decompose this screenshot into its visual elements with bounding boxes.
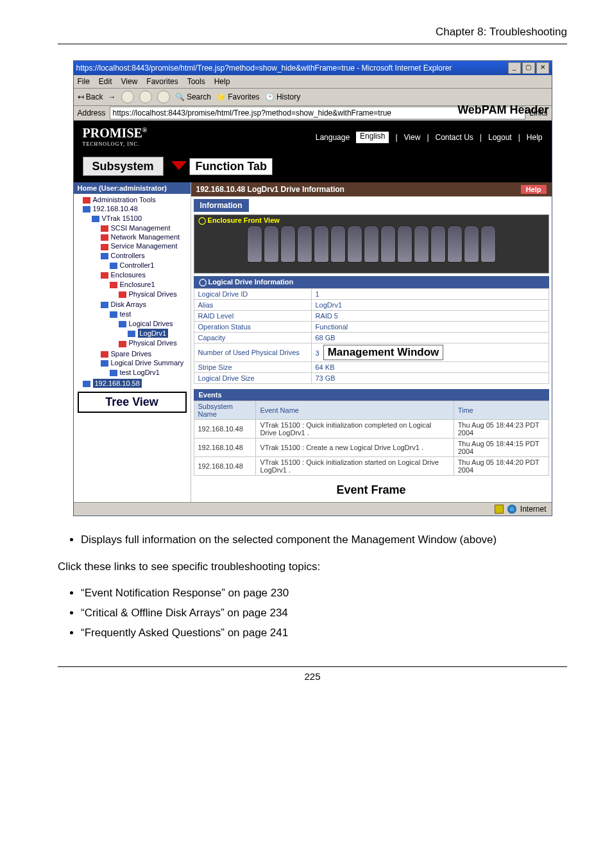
link-help[interactable]: Help xyxy=(527,133,543,142)
tree-item[interactable]: Physical Drives xyxy=(129,339,177,347)
menu-file[interactable]: File xyxy=(78,77,90,86)
management-pane: 192.168.10.48 LogDrv1 Drive Information … xyxy=(191,182,552,502)
link-item: “Event Notification Response” on page 23… xyxy=(81,586,567,602)
enclosure-title: ◯ Enclosure Front View xyxy=(198,216,280,225)
events-table: Subsystem Name Event Name Time 192.168.1… xyxy=(194,401,549,476)
refresh-icon[interactable] xyxy=(139,91,152,103)
callout-tree-view: Tree View xyxy=(78,392,187,413)
tab-information[interactable]: Information xyxy=(194,199,249,212)
close-button[interactable]: ✕ xyxy=(536,62,549,74)
status-bar: Internet xyxy=(74,502,552,516)
tree-item[interactable]: Physical Drives xyxy=(129,290,177,298)
tree-home[interactable]: Home (User:administrator) xyxy=(74,182,191,194)
callout-header: WebPAM Header xyxy=(457,103,548,117)
tree-item[interactable]: Network Management xyxy=(111,233,180,241)
subsystem-tab[interactable]: Subsystem xyxy=(83,157,164,176)
menu-tools[interactable]: Tools xyxy=(187,77,205,86)
callout-event-frame: Event Frame xyxy=(191,481,552,502)
browser-window: https://localhost:8443/promise/html/Tree… xyxy=(73,60,552,516)
col-event[interactable]: Event Name xyxy=(256,401,454,420)
window-title: https://localhost:8443/promise/html/Tree… xyxy=(76,64,452,73)
tree-host[interactable]: 192.168.10.48 xyxy=(93,205,138,213)
caption-text: Displays full information on the selecte… xyxy=(81,532,567,548)
logical-drive-info-title: ◯ Logical Drive Information xyxy=(194,276,549,288)
status-zone: Internet xyxy=(520,505,547,514)
tree-item[interactable]: Spare Drives xyxy=(111,350,152,358)
callout-function-tab: Function Tab xyxy=(189,158,273,175)
forward-button[interactable]: → xyxy=(108,92,116,101)
table-row: 192.168.10.48VTrak 15100 : Quick initial… xyxy=(194,420,548,438)
help-button[interactable]: Help xyxy=(521,185,547,194)
tree-item[interactable]: Controllers xyxy=(111,252,145,259)
language-label: Language xyxy=(316,133,350,142)
subsystem-strip: Subsystem Function Tab xyxy=(74,154,552,182)
footer-rule xyxy=(58,666,567,667)
minimize-button[interactable]: _ xyxy=(508,62,521,74)
col-time[interactable]: Time xyxy=(454,401,548,420)
search-button[interactable]: 🔍 Search xyxy=(175,92,211,101)
col-subsystem[interactable]: Subsystem Name xyxy=(194,401,256,420)
events-title: Events xyxy=(194,389,549,401)
breadcrumb: 192.168.10.48 LogDrv1 Drive Information xyxy=(196,185,344,194)
tree-view[interactable]: Home (User:administrator) Administration… xyxy=(74,182,191,502)
menu-view[interactable]: View xyxy=(121,77,138,86)
rule xyxy=(58,44,567,44)
menubar[interactable]: File Edit View Favorites Tools Help xyxy=(74,75,552,89)
tree-item[interactable]: Enclosure1 xyxy=(120,281,155,288)
lead-text: Click these links to see specific troubl… xyxy=(58,559,567,575)
tree-item[interactable]: Service Management xyxy=(111,242,178,250)
link-item: “Frequently Asked Questions” on page 241 xyxy=(81,625,567,641)
address-label: Address xyxy=(78,108,106,117)
link-logout[interactable]: Logout xyxy=(488,133,512,142)
history-button[interactable]: 🕑 History xyxy=(265,92,301,101)
tree-admin[interactable]: Administration Tools xyxy=(93,196,156,204)
home-icon[interactable] xyxy=(157,91,170,103)
back-button[interactable]: ↤ Back xyxy=(78,92,103,101)
globe-icon xyxy=(507,505,516,514)
tree-item[interactable]: Controller1 xyxy=(120,261,155,269)
tree-item[interactable]: test xyxy=(120,310,132,318)
callout-arrow-icon xyxy=(171,161,187,170)
language-select[interactable]: English xyxy=(356,132,389,143)
tree-item[interactable]: SCSI Management xyxy=(111,224,171,232)
page-number: 225 xyxy=(58,671,567,682)
tree-item[interactable]: Logical Drive Summary xyxy=(111,359,184,367)
window-titlebar: https://localhost:8443/promise/html/Tree… xyxy=(74,61,552,75)
lock-icon xyxy=(495,505,504,514)
info-table: Logical Drive ID1 AliasLogDrv1 RAID Leve… xyxy=(194,288,549,384)
link-contact[interactable]: Contact Us xyxy=(436,133,473,142)
tree-item[interactable]: test LogDrv1 xyxy=(120,369,160,376)
link-item: “Critical & Offline Disk Arrays” on page… xyxy=(81,605,567,621)
tree-item[interactable]: Enclosures xyxy=(111,271,146,279)
tree-item[interactable]: 192.168.10.58 xyxy=(93,379,142,388)
tree-item-selected[interactable]: LogDrv1 xyxy=(138,329,169,338)
tree-item[interactable]: Disk Arrays xyxy=(111,300,147,308)
favorites-button[interactable]: ⭐ Favorites xyxy=(216,92,260,101)
chapter-heading: Chapter 8: Troubleshooting xyxy=(58,26,567,39)
tree-item[interactable]: Logical Drives xyxy=(129,320,173,327)
table-row: 192.168.10.48VTrak 15100 : Quick initial… xyxy=(194,457,548,476)
maximize-button[interactable]: ▢ xyxy=(522,62,535,74)
tree-item[interactable]: VTrak 15100 xyxy=(102,214,142,222)
stop-icon[interactable] xyxy=(121,91,134,103)
link-view[interactable]: View xyxy=(404,133,421,142)
app-header: PROMISE®TECHNOLOGY, INC. Language Englis… xyxy=(74,121,552,154)
menu-help[interactable]: Help xyxy=(214,77,230,86)
table-row: 192.168.10.48VTrak 15100 : Create a new … xyxy=(194,438,548,457)
brand-logo: PROMISE®TECHNOLOGY, INC. xyxy=(83,126,148,150)
menu-favorites[interactable]: Favorites xyxy=(146,77,178,86)
callout-management-window: Management Window xyxy=(323,345,444,360)
menu-edit[interactable]: Edit xyxy=(99,77,112,86)
enclosure-view: ◯ Enclosure Front View xyxy=(194,214,549,273)
toolbar[interactable]: ↤ Back → 🔍 Search ⭐ Favorites 🕑 History … xyxy=(74,89,552,106)
